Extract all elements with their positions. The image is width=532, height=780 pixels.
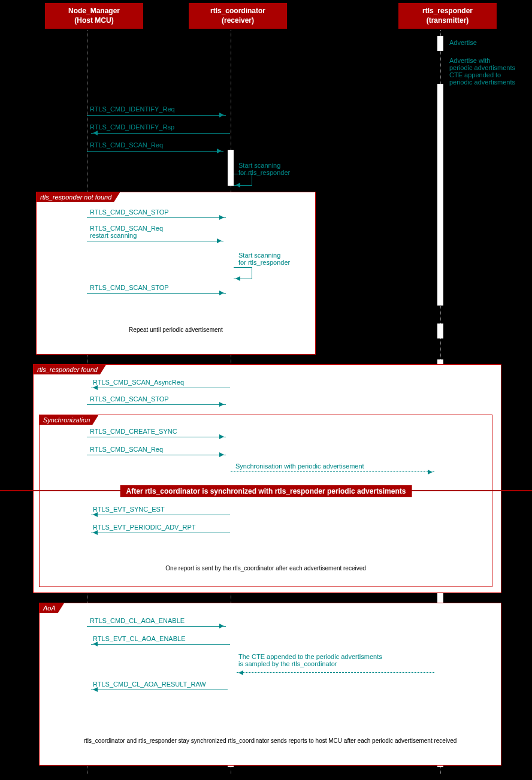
message-label: The CTE appended to the periodic adverti… bbox=[238, 653, 382, 667]
message-label: RTLS_EVT_PERIODIC_ADV_RPT bbox=[93, 524, 196, 531]
sequence-diagram: Node_Manager (Host MCU) rtls_coordinator… bbox=[0, 0, 532, 780]
group-label: rtls_responder not found bbox=[37, 192, 120, 202]
message-arrow bbox=[87, 217, 226, 218]
message-label: Synchronisation with periodic advertisem… bbox=[235, 462, 364, 470]
group-sync: Synchronization One report is sent by th… bbox=[39, 415, 492, 587]
message-arrow bbox=[91, 133, 230, 134]
message-arrow bbox=[91, 388, 230, 388]
responder-state-label: Advertise with periodic advertisments CT… bbox=[449, 57, 515, 86]
activation-bar bbox=[437, 324, 443, 338]
message-arrow bbox=[87, 293, 226, 294]
message-arrow bbox=[91, 533, 230, 533]
group-note: rtls_coordinator and rtls_responder stay… bbox=[40, 737, 501, 744]
message-label: RTLS_CMD_SCAN_Req restart scanning bbox=[90, 225, 163, 239]
group-label: Synchronization bbox=[40, 415, 98, 425]
message-arrow bbox=[91, 690, 228, 690]
message-label: RTLS_CMD_CREATE_SYNC bbox=[90, 428, 177, 435]
message-arrow bbox=[87, 455, 226, 455]
participant-responder: rtls_responder (transmitter) bbox=[398, 3, 497, 29]
message-label: RTLS_CMD_SCAN_Req bbox=[90, 141, 163, 149]
message-label: RTLS_CMD_IDENTIFY_Rsp bbox=[90, 123, 174, 131]
message-label: RTLS_CMD_IDENTIFY_Req bbox=[90, 105, 175, 113]
message-arrow bbox=[91, 515, 230, 515]
participant-node-manager: Node_Manager (Host MCU) bbox=[45, 3, 143, 29]
self-message bbox=[234, 174, 252, 186]
message-label: Start scanning for rtls_responder bbox=[238, 252, 290, 266]
group-note: One report is sent by the rtls_coordinat… bbox=[40, 565, 492, 572]
self-message bbox=[234, 267, 252, 279]
message-arrow bbox=[87, 626, 226, 627]
activation-bar bbox=[437, 36, 443, 51]
message-arrow bbox=[87, 437, 226, 437]
message-arrow bbox=[231, 471, 434, 473]
responder-state-label: Advertise bbox=[449, 39, 477, 46]
message-label: RTLS_CMD_CL_AOA_RESULT_RAW bbox=[93, 681, 206, 688]
message-label: RTLS_CMD_CL_AOA_ENABLE bbox=[90, 617, 185, 624]
message-arrow bbox=[91, 644, 230, 645]
participant-title: rtls_responder bbox=[422, 7, 473, 15]
message-label: RTLS_EVT_CL_AOA_ENABLE bbox=[93, 635, 185, 642]
group-note: Repeat until periodic advertisement bbox=[37, 326, 315, 333]
activation-bar bbox=[437, 84, 443, 306]
message-label: RTLS_CMD_SCAN_Req bbox=[90, 446, 163, 453]
message-label: RTLS_CMD_SCAN_AsyncReq bbox=[93, 379, 184, 386]
message-arrow bbox=[87, 115, 226, 116]
message-arrow bbox=[87, 404, 226, 405]
group-not-found: rtls_responder not found Repeat until pe… bbox=[36, 192, 316, 355]
participant-subtitle: (transmitter) bbox=[427, 16, 469, 25]
message-arrow bbox=[237, 672, 434, 673]
message-label: RTLS_CMD_SCAN_STOP bbox=[90, 284, 169, 291]
participant-subtitle: (receiver) bbox=[222, 16, 254, 25]
message-label: RTLS_CMD_SCAN_STOP bbox=[90, 395, 169, 403]
activation-bar bbox=[228, 150, 234, 186]
divider-label: After rtls_coordinator is synchronized w… bbox=[120, 485, 412, 497]
message-label: RTLS_CMD_SCAN_STOP bbox=[90, 208, 169, 216]
message-arrow bbox=[87, 151, 223, 152]
participant-subtitle: (Host MCU) bbox=[74, 16, 113, 25]
group-label: AoA bbox=[40, 603, 64, 613]
participant-title: rtls_coordinator bbox=[210, 7, 265, 15]
message-arrow bbox=[87, 241, 223, 241]
participant-coordinator: rtls_coordinator (receiver) bbox=[189, 3, 287, 29]
participant-title: Node_Manager bbox=[68, 7, 120, 15]
message-label: RTLS_EVT_SYNC_EST bbox=[93, 506, 165, 513]
group-label: rtls_responder found bbox=[34, 365, 106, 374]
